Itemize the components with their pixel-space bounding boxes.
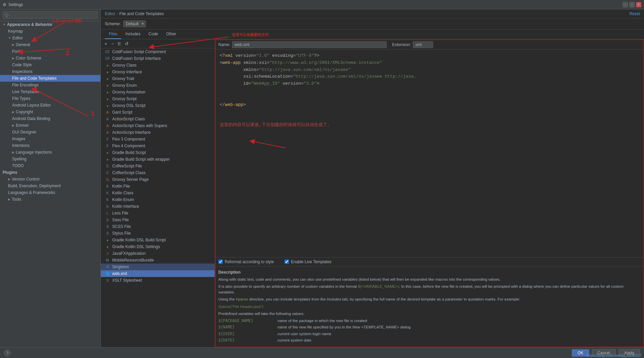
add-file-button[interactable]: + <box>103 41 108 47</box>
scheme-select[interactable]: Default <box>123 21 146 27</box>
tab-code[interactable]: Code <box>144 30 162 39</box>
sidebar-item-todo[interactable]: TODO <box>0 162 100 169</box>
sidebar-item-appearance[interactable]: ▼ Appearance & Behavior <box>0 21 100 28</box>
list-item[interactable]: F Flex 3 Component <box>101 136 215 143</box>
list-item[interactable]: K Kotlin File <box>101 183 215 190</box>
scheme-selector[interactable]: Default ▼ <box>123 21 146 27</box>
list-item[interactable]: ● Groovy Annotation <box>101 89 215 95</box>
minimize-button[interactable]: – <box>622 2 628 7</box>
name-label: Name: <box>218 42 230 47</box>
list-item[interactable]: K Kotlin Interface <box>101 203 215 210</box>
sidebar-item-fileandcodetemplates[interactable]: File and Code Templates <box>0 75 100 82</box>
extension-input[interactable] <box>413 41 433 48</box>
list-item[interactable]: ● Gradle Kotlin DSL Settings <box>101 243 215 250</box>
description-title: Description <box>218 269 641 275</box>
reformat-checkbox-input[interactable] <box>218 260 223 264</box>
list-item[interactable]: ● Groovy Interface <box>101 69 215 75</box>
sidebar-item-spelling[interactable]: Spelling <box>0 156 100 162</box>
sidebar-item-versioncontrol[interactable]: ▶ Version Control <box>0 176 100 183</box>
list-item[interactable]: C CoffeeScript Class <box>101 169 215 176</box>
sidebar-item-languages[interactable]: Languages & Frameworks <box>0 189 100 196</box>
maximize-button[interactable]: □ <box>629 2 635 7</box>
list-item[interactable]: ● Groovy Script <box>101 95 215 102</box>
sidebar-item-build[interactable]: Build, Execution, Deployment <box>0 183 100 189</box>
reformat-checkbox[interactable]: Reformat according to style <box>218 260 274 264</box>
list-item[interactable]: S SCSS File <box>101 223 215 230</box>
list-item[interactable]: A ActionScript Class <box>101 116 215 122</box>
var-desc: current system date <box>277 337 311 343</box>
reset-file-button[interactable]: ↺ <box>124 41 130 47</box>
sidebar-item-plugins[interactable]: Plugins <box>0 169 100 176</box>
sidebar-item-keymap[interactable]: Keymap <box>0 28 100 35</box>
help-button[interactable]: ? <box>4 350 11 356</box>
list-item[interactable]: CF ColdFusion Script Interface <box>101 55 215 62</box>
list-item[interactable]: ● Groovy Trait <box>101 75 215 82</box>
close-button[interactable]: × <box>636 2 641 7</box>
list-item[interactable]: ● Groovy Class <box>101 62 215 69</box>
sidebar-item-inspections[interactable]: Inspections <box>0 68 100 75</box>
sidebar-item-copyright[interactable]: ▶ Copyright <box>0 109 100 115</box>
remove-file-button[interactable]: − <box>110 41 115 47</box>
copy-file-button[interactable]: ⎘ <box>117 41 122 47</box>
tab-files[interactable]: Files <box>105 30 121 39</box>
sidebar-item-androidlayouteditor[interactable]: Android Layout Editor <box>0 102 100 109</box>
list-item[interactable]: ● Gradle Build Script with wrapper <box>101 156 215 163</box>
list-item[interactable]: S Sass File <box>101 216 215 223</box>
code-line: <web-app xmlns:xsi="http://www.w3.org/20… <box>220 59 639 67</box>
list-item[interactable]: CF ColdFusion Script Component <box>101 48 215 55</box>
sidebar-item-livetemplates[interactable]: Live Templates <box>0 88 100 95</box>
tab-other[interactable]: Other <box>162 30 180 39</box>
sidebar-item-languageinjections[interactable]: ▶ Language Injections <box>0 149 100 156</box>
file-icon: ● <box>105 157 110 162</box>
list-item[interactable]: A Gant Script <box>101 109 215 116</box>
list-item[interactable]: K Kotlin Class <box>101 190 215 196</box>
file-item-name: CoffeeScript Class <box>112 170 145 175</box>
breadcrumb-editor[interactable]: Editor <box>105 11 115 16</box>
sidebar-item-codestyle[interactable]: Code Style <box>0 62 100 68</box>
sidebar-item-guidesigner[interactable]: GUI Designer <box>0 129 100 135</box>
file-icon: ● <box>105 83 110 88</box>
sidebar-item-fileencodings[interactable]: File Encodings <box>0 82 100 88</box>
sidebar-item-font[interactable]: Font <box>0 48 100 55</box>
sidebar-item-general[interactable]: ▶ General <box>0 41 100 48</box>
sidebar-item-images[interactable]: Images <box>0 135 100 142</box>
expand-icon: ▼ <box>3 23 6 26</box>
list-item[interactable]: J JavaFXApplication <box>101 250 215 257</box>
list-item[interactable]: S Singleton <box>101 264 215 270</box>
file-item-name: JavaFXApplication <box>112 251 145 256</box>
sidebar-item-editor[interactable]: ▼ Editor <box>0 35 100 41</box>
list-item[interactable]: C CoffeeScript File <box>101 163 215 169</box>
list-item[interactable]: ● Gradle Build Script <box>101 149 215 156</box>
name-input[interactable] <box>232 41 387 48</box>
sidebar-item-filetypes[interactable]: File Types <box>0 95 100 102</box>
list-item[interactable]: F Flex 4 Component <box>101 143 215 149</box>
sidebar-item-emmet[interactable]: ▶ Emmet <box>0 122 100 129</box>
code-editor[interactable]: <?xml version="1.0" encoding="UTF-8"?> <… <box>216 50 643 257</box>
list-item[interactable]: L Less File <box>101 210 215 216</box>
list-item[interactable]: K Kotlin Enum <box>101 196 215 203</box>
list-item[interactable]: A ActionScript Class with Supers <box>101 122 215 129</box>
livetemplates-checkbox-input[interactable] <box>285 260 289 264</box>
file-list: CF ColdFusion Script Component CF ColdFu… <box>101 48 215 347</box>
list-item[interactable]: X XSLT Stylesheet <box>101 277 215 284</box>
list-item[interactable]: ● Groovy Enum <box>101 82 215 89</box>
sidebar-item-colorscheme[interactable]: ▶ Color Scheme <box>0 55 100 62</box>
list-item[interactable]: ● Gradle Kotlin DSL Build Script <box>101 237 215 243</box>
list-item[interactable]: A ActionScript Interface <box>101 129 215 136</box>
sidebar-item-tools[interactable]: ▶ Tools <box>0 196 100 203</box>
sidebar-item-intentions[interactable]: Intentions <box>0 142 100 149</box>
livetemplates-checkbox[interactable]: Enable Live Templates <box>285 260 332 264</box>
file-item-name: Kotlin File <box>112 184 130 189</box>
breadcrumb-bar: Editor › File and Code Templates Reset <box>101 9 644 18</box>
search-input[interactable] <box>3 11 98 19</box>
tab-includes[interactable]: Includes <box>121 30 144 39</box>
list-item[interactable]: M MobileResourceBundle <box>101 257 215 264</box>
list-item[interactable]: ● Groovy DSL Script <box>101 102 215 109</box>
list-item[interactable]: S Stylus File <box>101 230 215 237</box>
list-item-webxml[interactable]: 🌐 web.xml <box>101 270 215 277</box>
reset-button[interactable]: Reset <box>630 11 640 16</box>
sidebar-item-androiddatabinding[interactable]: Android Data Binding <box>0 115 100 122</box>
file-item-name: Groovy Server Page <box>112 177 149 182</box>
file-item-name: Stylus File <box>112 231 131 236</box>
list-item[interactable]: G Groovy Server Page <box>101 176 215 183</box>
